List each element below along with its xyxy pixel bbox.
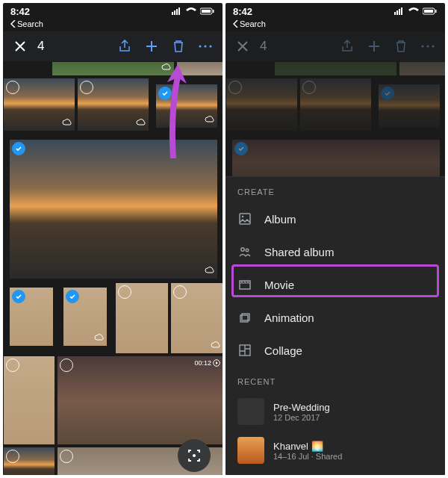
menu-label: Album xyxy=(264,213,296,226)
back-to-search[interactable]: Search xyxy=(3,19,223,31)
recent-title: Pre-Wedding xyxy=(273,402,330,413)
svg-rect-6 xyxy=(213,10,214,13)
svg-rect-13 xyxy=(396,10,398,15)
status-bar: 8:42 xyxy=(3,3,223,19)
svg-rect-2 xyxy=(176,9,178,15)
photo-thumb[interactable] xyxy=(77,78,149,131)
selection-toolbar: 4 xyxy=(225,31,445,61)
select-circle[interactable] xyxy=(173,285,187,299)
back-to-search[interactable]: Search xyxy=(225,19,445,31)
svg-point-7 xyxy=(199,45,201,47)
right-screenshot: 8:42 Search 4 xyxy=(225,3,445,475)
status-right xyxy=(394,7,438,15)
select-circle-checked xyxy=(234,142,248,155)
menu-label: Shared album xyxy=(264,246,334,258)
cloud-icon xyxy=(211,338,221,351)
trash-icon[interactable] xyxy=(391,37,411,56)
select-circle xyxy=(228,81,242,94)
shared-album-icon xyxy=(237,244,252,259)
photo-thumb[interactable] xyxy=(155,84,218,128)
photo-thumb[interactable] xyxy=(170,282,223,354)
select-circle-checked[interactable] xyxy=(12,290,25,303)
recent-title: Khanvel 🌅 xyxy=(273,441,342,452)
svg-rect-18 xyxy=(435,10,437,13)
photo-thumb[interactable] xyxy=(115,282,169,354)
cloud-icon xyxy=(136,115,146,128)
photo-thumb[interactable] xyxy=(9,139,218,279)
select-circle[interactable] xyxy=(6,450,19,463)
svg-rect-3 xyxy=(178,7,180,15)
animation-icon xyxy=(237,310,252,325)
selection-toolbar: 4 xyxy=(3,31,223,61)
sun-emoji: 🌅 xyxy=(311,441,323,452)
status-right xyxy=(172,7,215,15)
menu-label: Movie xyxy=(264,279,294,291)
select-circle xyxy=(302,81,316,94)
svg-point-20 xyxy=(426,45,429,47)
select-circle-checked[interactable] xyxy=(12,142,25,155)
svg-rect-1 xyxy=(174,10,175,15)
photo-thumb[interactable] xyxy=(9,287,54,347)
create-collage[interactable]: Collage xyxy=(225,334,445,367)
photo-thumb xyxy=(378,84,441,128)
recent-album-item[interactable]: Pre-Wedding 12 Dec 2017 xyxy=(225,392,445,431)
select-circle-checked[interactable] xyxy=(158,87,172,100)
photo-thumb[interactable] xyxy=(3,447,55,475)
collage-icon xyxy=(237,343,252,358)
selection-count: 4 xyxy=(260,39,267,54)
share-icon[interactable] xyxy=(115,37,134,56)
share-icon[interactable] xyxy=(337,37,357,56)
close-icon[interactable] xyxy=(233,37,252,56)
status-time: 8:42 xyxy=(233,6,252,17)
recent-subtitle: 12 Dec 2017 xyxy=(273,413,330,422)
select-circle[interactable] xyxy=(6,358,19,372)
photo-thumb xyxy=(299,78,372,131)
svg-rect-5 xyxy=(202,10,211,13)
svg-point-8 xyxy=(204,45,206,47)
svg-rect-17 xyxy=(424,10,433,13)
more-icon[interactable] xyxy=(418,37,438,56)
create-album[interactable]: Album xyxy=(225,202,445,235)
plus-icon[interactable] xyxy=(142,37,161,56)
trash-icon[interactable] xyxy=(169,37,188,56)
photo-thumb[interactable] xyxy=(3,356,55,445)
select-circle[interactable] xyxy=(6,81,19,94)
photo-thumb[interactable] xyxy=(3,78,75,131)
video-thumb[interactable]: 00:12 xyxy=(57,356,223,445)
create-header: CREATE xyxy=(225,177,445,202)
svg-rect-12 xyxy=(394,12,396,15)
photo-thumb xyxy=(399,61,445,76)
scan-fab[interactable] xyxy=(178,439,211,472)
select-circle[interactable] xyxy=(80,81,93,94)
photo-grid[interactable]: 00:12 xyxy=(3,61,223,475)
recent-album-item[interactable]: Khanvel 🌅 14–16 Jul · Shared xyxy=(225,431,445,470)
svg-point-19 xyxy=(421,45,423,47)
select-circle-checked[interactable] xyxy=(66,290,79,303)
select-circle[interactable] xyxy=(60,450,73,463)
photo-thumb[interactable] xyxy=(63,287,108,347)
svg-point-21 xyxy=(432,45,434,47)
plus-icon[interactable] xyxy=(364,37,384,56)
more-icon[interactable] xyxy=(196,37,215,56)
select-circle[interactable] xyxy=(118,285,131,299)
recent-thumb xyxy=(237,398,264,425)
recent-thumb xyxy=(237,437,264,464)
create-shared-album[interactable]: Shared album xyxy=(225,235,445,268)
svg-rect-15 xyxy=(401,7,402,15)
close-icon[interactable] xyxy=(10,37,30,56)
selection-count: 4 xyxy=(37,39,44,54)
create-animation[interactable]: Animation xyxy=(225,301,445,334)
album-icon xyxy=(237,211,252,226)
photo-thumb[interactable] xyxy=(176,61,223,76)
cloud-icon xyxy=(161,61,172,73)
select-circle[interactable] xyxy=(60,358,73,372)
svg-point-11 xyxy=(193,454,196,457)
recent-album-item[interactable]: Marriage Videos xyxy=(225,470,445,475)
left-screenshot: 8:42 Search 4 xyxy=(3,3,223,475)
cloud-icon xyxy=(205,263,215,276)
create-movie[interactable]: Movie xyxy=(225,268,445,301)
photo-thumb[interactable] xyxy=(52,61,175,76)
status-bar: 8:42 xyxy=(225,3,445,19)
cloud-icon xyxy=(205,112,215,125)
select-circle-checked xyxy=(381,87,394,100)
